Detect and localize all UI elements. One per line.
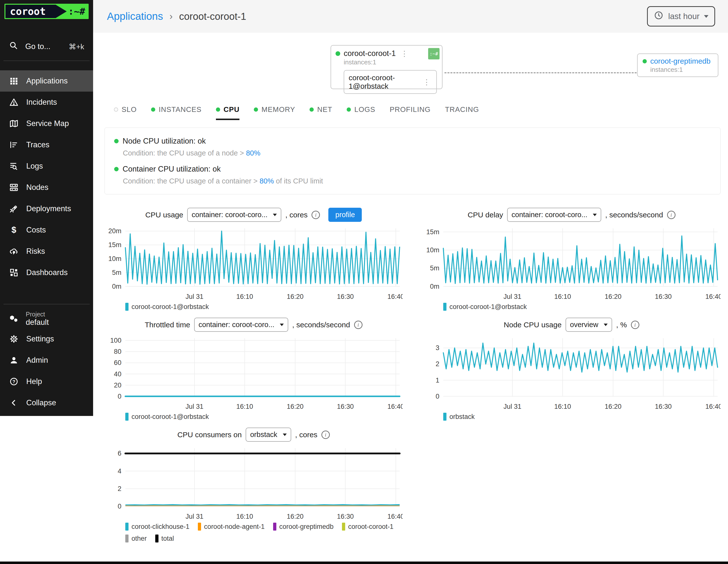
sidebar-item-admin[interactable]: Admin	[0, 350, 93, 371]
check-node-cpu: Node CPU utilization: ok Condition: the …	[114, 137, 711, 157]
tab-memory[interactable]: MEMORY	[254, 105, 295, 120]
info-icon[interactable]: i	[312, 211, 320, 219]
tab-slo[interactable]: SLO	[114, 105, 137, 120]
legend-item[interactable]: coroot-coroot-1	[342, 523, 393, 531]
cpu-usage-plot[interactable]: 0m5m10m15m20mJul 3116:1016:2016:3016:40	[104, 224, 403, 302]
node-select[interactable]: orbstack	[246, 428, 291, 442]
clock-icon	[654, 10, 664, 22]
chevron-down-icon	[273, 214, 277, 216]
cpu-delay-plot[interactable]: 0m5m10m15mJul 3116:1016:2016:3016:40	[422, 224, 721, 302]
instance-box[interactable]: coroot-coroot-1@orbstack ⋮	[344, 70, 437, 94]
svg-text:16:20: 16:20	[605, 403, 622, 410]
dashboards-icon	[9, 268, 19, 277]
svg-text:16:30: 16:30	[337, 403, 354, 410]
sidebar-item-settings[interactable]: Settings	[0, 328, 93, 350]
project-label: Project	[26, 311, 49, 318]
svg-text:0m: 0m	[430, 282, 440, 290]
sidebar-item-costs[interactable]: $ Costs	[0, 219, 93, 241]
tab-profiling[interactable]: PROFILING	[390, 105, 431, 120]
container-select[interactable]: container: coroot-coro...	[194, 318, 288, 332]
svg-text:2: 2	[436, 360, 439, 368]
project-switcher[interactable]: Project default	[0, 304, 93, 328]
legend-item[interactable]: total	[155, 535, 174, 542]
legend-item[interactable]: other	[125, 535, 147, 542]
legend-item[interactable]: coroot-greptimedb	[273, 523, 334, 531]
throttled-time-plot[interactable]: 020406080100Jul 3116:1016:2016:3016:40	[104, 334, 403, 412]
kebab-menu-icon[interactable]: ⋮	[421, 78, 432, 86]
breadcrumb-applications-link[interactable]: Applications	[107, 10, 163, 22]
svg-text:20m: 20m	[108, 227, 122, 235]
sidebar-item-service-map[interactable]: Service Map	[0, 113, 93, 134]
legend-item[interactable]: coroot-coroot-1@orbstack	[125, 413, 209, 421]
threshold-link[interactable]: 80%	[260, 177, 274, 185]
info-icon[interactable]: i	[667, 211, 676, 219]
tab-tracing[interactable]: TRACING	[445, 105, 479, 120]
svg-text:Jul 31: Jul 31	[503, 293, 521, 300]
sidebar-item-traces[interactable]: Traces	[0, 134, 93, 155]
svg-text:0: 0	[118, 392, 121, 400]
info-icon[interactable]: i	[321, 431, 330, 439]
sidebar-item-deployments[interactable]: Deployments	[0, 198, 93, 219]
check-condition: Condition: the CPU usage of a node > 80%	[123, 149, 711, 157]
legend-item[interactable]: coroot-node-agent-1	[198, 523, 265, 531]
top-bar: Applications › coroot-coroot-1 last hour	[93, 0, 728, 33]
goto-search[interactable]: Go to... ⌘+k	[0, 37, 93, 56]
project-name: default	[26, 318, 49, 327]
sidebar-item-label: Admin	[26, 356, 48, 365]
legend-swatch	[443, 303, 446, 311]
tab-status-dot	[347, 107, 351, 112]
sidebar-item-applications[interactable]: Applications	[0, 70, 93, 92]
legend-label: coroot-coroot-1@orbstack	[131, 303, 209, 311]
view-select[interactable]: overview	[566, 318, 612, 332]
sidebar-collapse[interactable]: Collapse	[0, 392, 93, 413]
legend-item[interactable]: coroot-coroot-1@orbstack	[125, 303, 209, 311]
legend-swatch	[125, 413, 129, 421]
tab-instances[interactable]: INSTANCES	[151, 105, 202, 120]
svg-text:16:40: 16:40	[705, 293, 721, 300]
upstream-name-link[interactable]: coroot-greptimedb	[650, 57, 710, 65]
time-range-picker[interactable]: last hour	[647, 6, 715, 26]
sidebar-item-risks[interactable]: Risks	[0, 241, 93, 262]
svg-text:Jul 31: Jul 31	[503, 403, 521, 410]
chart-cpu-consumers: CPU consumers on orbstack , cores i 0246…	[104, 428, 403, 542]
sidebar-item-label: Service Map	[26, 119, 69, 128]
map-icon	[9, 119, 19, 128]
coroot-logo[interactable]: coroot :~#	[4, 4, 89, 19]
legend-item[interactable]: orbstack	[443, 413, 475, 421]
sidebar: coroot :~# Go to... ⌘+k Applications	[0, 0, 93, 416]
chart-legend: coroot-coroot-1@orbstack	[443, 303, 721, 311]
container-select[interactable]: container: coroot-coro...	[187, 208, 281, 222]
svg-text:16:20: 16:20	[287, 513, 304, 520]
applications-grid-icon	[9, 76, 19, 86]
legend-item[interactable]: coroot-coroot-1@orbstack	[443, 303, 527, 311]
legend-item[interactable]: coroot-clickhouse-1	[125, 523, 189, 531]
info-icon[interactable]: i	[354, 321, 363, 329]
node-cpu-usage-plot[interactable]: 0123Jul 3116:1016:2016:3016:40	[422, 334, 721, 412]
chart-legend: coroot-coroot-1@orbstack	[125, 413, 403, 421]
svg-text:Jul 31: Jul 31	[185, 403, 203, 410]
threshold-link[interactable]: 80%	[246, 149, 260, 157]
sidebar-item-logs[interactable]: Logs	[0, 155, 93, 177]
sidebar-item-help[interactable]: ? Help	[0, 371, 93, 392]
gear-icon	[9, 334, 19, 344]
sidebar-item-dashboards[interactable]: Dashboards	[0, 262, 93, 283]
chart-throttled-time: Throttled time container: coroot-coro...…	[104, 318, 403, 421]
svg-text:16:10: 16:10	[236, 403, 253, 410]
sidebar-item-incidents[interactable]: Incidents	[0, 92, 93, 113]
sidebar-item-nodes[interactable]: Nodes	[0, 177, 93, 198]
check-status-dot	[114, 139, 119, 143]
bottom-bar	[0, 562, 728, 564]
kebab-menu-icon[interactable]: ⋮	[399, 49, 410, 58]
tab-logs[interactable]: LOGS	[347, 105, 375, 120]
tab-net[interactable]: NET	[310, 105, 332, 120]
tab-cpu[interactable]: CPU	[216, 105, 239, 120]
legend-swatch	[273, 523, 276, 531]
cpu-consumers-plot[interactable]: 0246Jul 3116:1016:2016:3016:40	[104, 444, 403, 522]
app-instances-count: instances:1	[344, 58, 438, 66]
profile-button[interactable]: profile	[328, 208, 362, 222]
container-select[interactable]: container: coroot-coro...	[507, 208, 601, 222]
svg-text:3: 3	[436, 344, 439, 352]
svg-text:16:20: 16:20	[287, 403, 304, 410]
app-name: coroot-coroot-1	[344, 49, 396, 58]
info-icon[interactable]: i	[631, 321, 639, 329]
